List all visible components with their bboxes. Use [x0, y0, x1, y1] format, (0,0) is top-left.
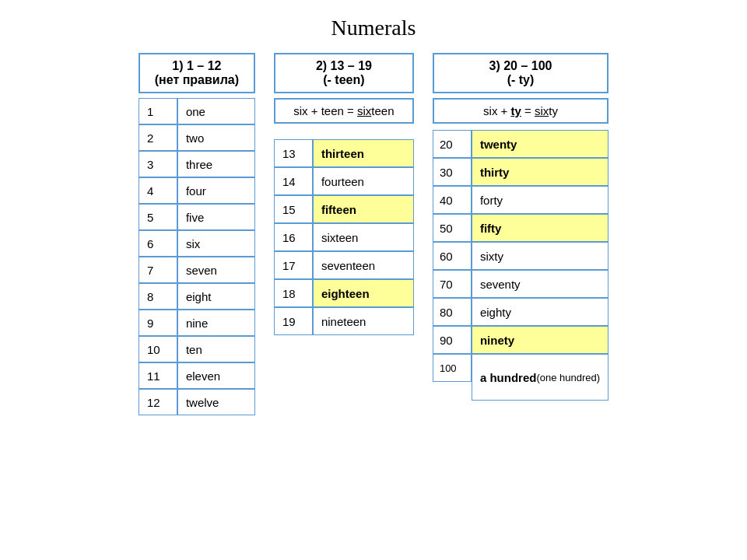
- section1-number-1: 1: [139, 98, 177, 124]
- section3-word-80: eighty: [472, 298, 608, 326]
- section3-number-70: 70: [433, 270, 472, 298]
- section1-word-7: seven: [177, 257, 255, 283]
- formula3-sixty: six: [535, 104, 549, 117]
- section1-number-12: 12: [139, 389, 177, 415]
- section2-number-16: 16: [274, 223, 313, 251]
- section2-word-17: seventeen: [313, 251, 414, 279]
- section1-word-5: five: [177, 204, 255, 230]
- section3-word-90: ninety: [472, 326, 608, 354]
- section3-number-50: 50: [433, 214, 472, 242]
- section2-title: 2) 13 – 19: [285, 59, 403, 73]
- section-1: 1) 1 – 12 (нет правила) 123456789101112 …: [139, 53, 255, 415]
- section3-number-30: 30: [433, 158, 472, 186]
- section1-word-12: twelve: [177, 389, 255, 415]
- section3-header: 3) 20 – 100 (- ty): [433, 53, 608, 93]
- section1-word-2: two: [177, 124, 255, 151]
- section1-number-6: 6: [139, 230, 177, 257]
- section-3: 3) 20 – 100 (- ty) six + ty = sixty 2030…: [433, 53, 608, 401]
- section2-table: 13141516171819 thirteenfourteenfifteensi…: [274, 139, 414, 335]
- section3-table: 2030405060708090100 twentythirtyfortyfif…: [433, 130, 608, 401]
- section1-numbers-col: 123456789101112: [139, 98, 177, 415]
- formula3-ty: ty: [510, 104, 521, 117]
- section3-number-90: 90: [433, 326, 472, 354]
- section1-word-6: six: [177, 230, 255, 257]
- section3-numbers-col: 2030405060708090100: [433, 130, 472, 401]
- section3-word-20: twenty: [472, 130, 608, 158]
- main-columns: 1) 1 – 12 (нет правила) 123456789101112 …: [139, 53, 608, 415]
- section1-number-8: 8: [139, 283, 177, 310]
- section1-word-11: eleven: [177, 362, 255, 389]
- section3-words-col: twentythirtyfortyfiftysixtyseventyeighty…: [472, 130, 608, 401]
- section1-word-10: ten: [177, 336, 255, 362]
- section3-number-20: 20: [433, 130, 472, 158]
- section-2: 2) 13 – 19 (- teen) six + teen = sixteen…: [274, 53, 414, 335]
- section3-number-40: 40: [433, 186, 472, 214]
- section3-number-80: 80: [433, 298, 472, 326]
- section1-word-9: nine: [177, 310, 255, 336]
- section2-number-15: 15: [274, 195, 313, 223]
- section3-word-60: sixty: [472, 242, 608, 270]
- section1-header: 1) 1 – 12 (нет правила): [139, 53, 255, 93]
- section1-table: 123456789101112 onetwothreefourfivesixse…: [139, 98, 255, 415]
- section3-title: 3) 20 – 100: [444, 59, 598, 73]
- section1-word-4: four: [177, 177, 255, 204]
- section2-word-14: fourteen: [313, 167, 414, 195]
- section1-number-10: 10: [139, 336, 177, 362]
- section3-number-100: 100: [433, 354, 472, 382]
- section1-number-3: 3: [139, 151, 177, 177]
- section2-number-14: 14: [274, 167, 313, 195]
- section3-word-100: a hundred(one hundred): [472, 354, 608, 401]
- section1-word-3: three: [177, 151, 255, 177]
- section1-number-11: 11: [139, 362, 177, 389]
- section2-number-19: 19: [274, 307, 313, 335]
- section2-number-18: 18: [274, 279, 313, 307]
- section1-word-8: eight: [177, 283, 255, 310]
- section1-number-4: 4: [139, 177, 177, 204]
- section3-rule: (- ty): [444, 73, 598, 87]
- section1-number-5: 5: [139, 204, 177, 230]
- section3-number-60: 60: [433, 242, 472, 270]
- section3-word-40: forty: [472, 186, 608, 214]
- section1-number-7: 7: [139, 257, 177, 283]
- section3-word-30: thirty: [472, 158, 608, 186]
- section2-rule: (- teen): [285, 73, 403, 87]
- section2-number-17: 17: [274, 251, 313, 279]
- section2-word-16: sixteen: [313, 223, 414, 251]
- section2-word-13: thirteen: [313, 139, 414, 167]
- section1-rule: (нет правила): [149, 73, 244, 87]
- section3-word-50: fifty: [472, 214, 608, 242]
- section1-number-9: 9: [139, 310, 177, 336]
- section2-word-15: fifteen: [313, 195, 414, 223]
- formula2-underline: six: [357, 104, 371, 117]
- section2-formula: six + teen = sixteen: [274, 98, 414, 124]
- section1-word-1: one: [177, 98, 255, 124]
- section3-formula: six + ty = sixty: [433, 98, 608, 124]
- section2-number-13: 13: [274, 139, 313, 167]
- section2-words-col: thirteenfourteenfifteensixteenseventeene…: [313, 139, 414, 335]
- section2-header: 2) 13 – 19 (- teen): [274, 53, 414, 93]
- section2-word-18: eighteen: [313, 279, 414, 307]
- page-title: Numerals: [331, 16, 416, 40]
- section2-numbers-col: 13141516171819: [274, 139, 313, 335]
- section1-words-col: onetwothreefourfivesixseveneightninetene…: [177, 98, 255, 415]
- section3-word-70: seventy: [472, 270, 608, 298]
- section1-title: 1) 1 – 12: [149, 59, 244, 73]
- section1-number-2: 2: [139, 124, 177, 151]
- section2-word-19: nineteen: [313, 307, 414, 335]
